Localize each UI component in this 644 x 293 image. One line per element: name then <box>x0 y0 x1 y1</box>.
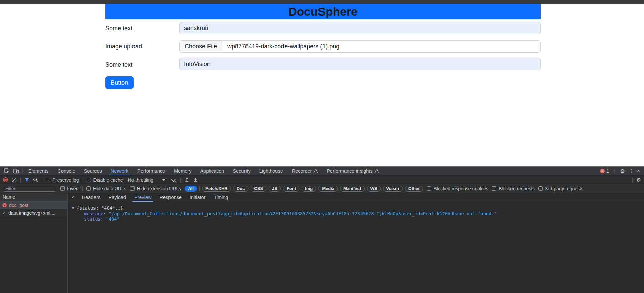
preserve-log-checkbox[interactable]: Preserve log <box>46 177 79 183</box>
filter-pill-other[interactable]: Other <box>405 186 423 192</box>
divider <box>632 177 633 183</box>
tab-elements[interactable]: Elements <box>24 167 53 175</box>
network-settings-gear-icon[interactable]: ⚙ <box>636 177 641 183</box>
image-upload-label: Image upload <box>105 43 176 50</box>
json-value: "404" <box>106 216 120 222</box>
json-root-line[interactable]: {status: "404",…} <box>72 205 644 211</box>
chevron-down-icon <box>162 179 165 181</box>
blocked-response-cookies-checkbox[interactable]: Blocked response cookies <box>427 186 488 191</box>
app-banner: DocuSphere <box>105 4 541 19</box>
checkbox <box>46 178 50 182</box>
tab-security[interactable]: Security <box>228 167 255 175</box>
blocked-requests-checkbox[interactable]: Blocked requests <box>492 186 535 191</box>
device-toolbar-icon[interactable] <box>11 167 21 175</box>
json-key: message <box>84 211 103 216</box>
clear-network-log-icon[interactable] <box>12 178 16 182</box>
filter-pill-ws[interactable]: WS <box>367 186 381 192</box>
tabbar-right-controls: × 1 ⚙ × <box>600 168 644 174</box>
tab-performance[interactable]: Performance <box>133 167 169 175</box>
detail-tab-headers[interactable]: Headers <box>78 193 105 202</box>
search-icon[interactable] <box>33 177 38 182</box>
detail-tab-preview[interactable]: Preview <box>130 193 156 202</box>
json-preview: {status: "404",…} message: "/api/Documen… <box>68 202 644 222</box>
divider <box>180 177 181 183</box>
devtools-panel: Elements Console Sources Network Perform… <box>0 166 644 293</box>
network-main-area: Name × doc_post ✓ data:image/svg+xml,...… <box>0 193 644 293</box>
divider <box>22 168 23 174</box>
checkbox <box>492 186 496 191</box>
network-filter-bar: Invert Hide data URLs Hide extension URL… <box>0 184 644 193</box>
filter-pill-all[interactable]: All <box>185 186 197 192</box>
record-network-log-icon[interactable] <box>3 177 8 182</box>
close-detail-icon[interactable]: × <box>68 194 78 200</box>
divider <box>614 168 615 174</box>
text-input-1[interactable] <box>179 22 541 34</box>
throttling-dropdown[interactable]: No throttling <box>127 177 167 183</box>
filter-pill-css[interactable]: CSS <box>251 186 266 192</box>
filter-pill-img[interactable]: Img <box>302 186 316 192</box>
tab-application[interactable]: Application <box>196 167 228 175</box>
hide-data-urls-checkbox[interactable]: Hide data URLs <box>86 186 126 191</box>
detail-tab-payload[interactable]: Payload <box>105 193 130 202</box>
tab-sources[interactable]: Sources <box>80 167 106 175</box>
network-conditions-icon[interactable] <box>171 178 177 182</box>
filter-pill-doc[interactable]: Doc <box>233 186 249 192</box>
filter-input[interactable] <box>3 186 56 192</box>
filter-pill-font[interactable]: Font <box>283 186 299 192</box>
request-error-icon: × <box>2 203 7 207</box>
file-name: wp8778419-dark-code-wallpapers (1).png <box>222 41 339 52</box>
checkbox <box>60 186 65 191</box>
tab-performance-insights[interactable]: Performance insights <box>322 167 383 175</box>
settings-gear-icon[interactable]: ⚙ <box>620 168 625 174</box>
more-options-icon[interactable] <box>631 171 632 172</box>
json-summary: {status: "404",…} <box>77 205 123 211</box>
hide-extension-urls-checkbox[interactable]: Hide extension URLs <box>130 186 181 191</box>
error-count-badge[interactable]: × 1 <box>600 168 609 174</box>
filter-pill-js[interactable]: JS <box>269 186 281 192</box>
json-value: "/api/Document_Collections/document_post… <box>109 211 497 216</box>
divider <box>199 186 200 191</box>
error-count: 1 <box>606 168 609 174</box>
submit-button[interactable]: Button <box>105 76 134 89</box>
tab-recorder[interactable]: Recorder <box>288 167 323 175</box>
tab-network[interactable]: Network <box>106 167 133 175</box>
third-party-requests-checkbox[interactable]: 3rd-party requests <box>538 186 583 191</box>
detail-tab-initiator[interactable]: Initiator <box>186 193 210 202</box>
invert-checkbox[interactable]: Invert <box>60 186 79 191</box>
json-status-line: status: "404" <box>72 216 644 222</box>
checkbox <box>427 186 431 191</box>
request-name: doc_post <box>9 203 28 208</box>
filter-pill-wasm[interactable]: Wasm <box>383 186 403 192</box>
request-detail-tab-bar: × Headers Payload Preview Response Initi… <box>68 193 644 202</box>
tab-memory[interactable]: Memory <box>169 167 196 175</box>
inspect-element-icon[interactable] <box>2 167 11 175</box>
detail-tab-response[interactable]: Response <box>156 193 186 202</box>
tab-console[interactable]: Console <box>53 167 79 175</box>
divider <box>42 177 42 183</box>
detail-tab-timing[interactable]: Timing <box>210 193 232 202</box>
divider <box>83 177 83 183</box>
text-field-label-1: Some text <box>105 25 176 32</box>
choose-file-button[interactable]: Choose File <box>180 41 222 52</box>
file-input[interactable]: Choose File wp8778419-dark-code-wallpape… <box>179 40 541 53</box>
export-har-icon[interactable] <box>184 177 189 182</box>
request-row-data-image[interactable]: ✓ data:image/svg+xml,... <box>0 209 67 217</box>
tab-lighthouse[interactable]: Lighthouse <box>255 167 288 175</box>
text-input-2[interactable] <box>179 58 541 70</box>
expander-triangle-icon[interactable] <box>72 207 74 209</box>
request-row-doc-post[interactable]: × doc_post <box>0 201 67 209</box>
filter-funnel-icon[interactable] <box>24 178 29 182</box>
close-devtools-icon[interactable]: × <box>637 168 640 174</box>
filter-pill-media[interactable]: Media <box>318 186 338 192</box>
filter-pill-fetch-xhr[interactable]: Fetch/XHR <box>202 186 231 192</box>
name-column-header[interactable]: Name <box>0 193 67 201</box>
checkbox <box>86 186 91 191</box>
browser-top-strip <box>0 0 644 4</box>
disable-cache-checkbox[interactable]: Disable cache <box>87 177 123 183</box>
checkbox <box>87 178 91 182</box>
error-icon: × <box>600 169 605 173</box>
import-har-icon[interactable] <box>193 177 198 182</box>
filter-pill-manifest[interactable]: Manifest <box>340 186 365 192</box>
page-title: DocuSphere <box>288 5 357 19</box>
request-detail-pane: × Headers Payload Preview Response Initi… <box>68 193 644 293</box>
